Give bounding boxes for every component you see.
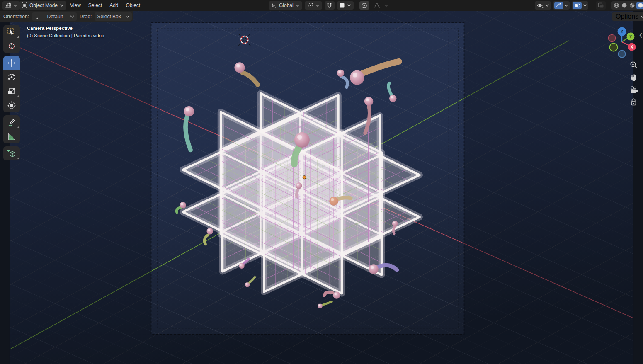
camera-icon bbox=[629, 86, 638, 94]
menu-view[interactable]: View bbox=[66, 0, 85, 11]
snap-increment-icon bbox=[340, 3, 345, 8]
transform-orientation-dropdown[interactable]: Global bbox=[269, 1, 302, 10]
region-collapse-arrow[interactable]: ❮ bbox=[639, 32, 643, 38]
shading-material-button[interactable] bbox=[628, 1, 636, 10]
camera-view-button[interactable] bbox=[628, 85, 638, 95]
pivot-point-icon bbox=[307, 2, 313, 8]
overlays-icon bbox=[574, 3, 580, 8]
gizmo-axis-y[interactable]: Y bbox=[627, 33, 635, 41]
svg-text:X: X bbox=[631, 45, 633, 49]
chevron-down-icon bbox=[583, 4, 587, 7]
chevron-down-icon bbox=[296, 4, 300, 7]
xray-toggle[interactable] bbox=[596, 1, 606, 10]
show-gizmo-toggle[interactable] bbox=[554, 2, 563, 9]
rotate-tool-icon bbox=[7, 73, 16, 82]
viewport-header: Object Mode View Select Add Object Globa… bbox=[0, 0, 643, 11]
chevron-down-icon bbox=[384, 4, 388, 7]
shading-rendered-button[interactable] bbox=[636, 2, 643, 9]
tool-annotate[interactable] bbox=[3, 115, 20, 129]
proportional-editing-toggle[interactable] bbox=[359, 1, 369, 10]
active-collection-label: (0) Scene Collection | Paredes vidrio bbox=[27, 33, 104, 38]
menu-object[interactable]: Object bbox=[122, 0, 144, 11]
options-label: Options bbox=[616, 13, 638, 20]
menu-select[interactable]: Select bbox=[85, 0, 106, 11]
lock-view-button[interactable] bbox=[628, 97, 638, 107]
editor-type-button[interactable] bbox=[2, 1, 20, 10]
tool-settings-bar: Orientation: Default Drag: Select Box bbox=[0, 11, 133, 22]
svg-text:Z: Z bbox=[621, 29, 623, 34]
3d-viewport: Orientation: Default Drag: Select Box Op… bbox=[0, 11, 643, 364]
magnet-icon bbox=[326, 2, 332, 9]
gizmos-control bbox=[553, 1, 570, 10]
falloff-curve-icon bbox=[374, 2, 380, 8]
blender-window: { "topbar": { "editor_icon": "3d-viewpor… bbox=[0, 0, 643, 364]
chevron-down-icon bbox=[13, 4, 17, 7]
chevron-down-icon bbox=[641, 15, 643, 18]
rendered-sphere-icon bbox=[638, 2, 643, 8]
tool-measure[interactable] bbox=[3, 129, 20, 143]
options-button[interactable]: Options bbox=[612, 12, 643, 21]
orientation-label: Global bbox=[279, 2, 294, 8]
tool-select-box[interactable] bbox=[3, 25, 20, 39]
editor-3d-viewport-icon bbox=[5, 2, 11, 8]
object-mode-icon bbox=[22, 2, 27, 8]
gizmo-axis-z-negative[interactable] bbox=[619, 51, 626, 58]
proportional-falloff-dropdown[interactable] bbox=[372, 1, 382, 10]
tool-rotate[interactable] bbox=[3, 70, 20, 84]
orientation-setting-dropdown[interactable]: Default bbox=[32, 12, 77, 21]
pan-button[interactable] bbox=[628, 72, 638, 82]
snap-toggle[interactable] bbox=[325, 1, 335, 10]
orientation-default-icon bbox=[34, 14, 40, 19]
pivot-point-dropdown[interactable] bbox=[305, 1, 322, 10]
toolbar bbox=[3, 25, 20, 160]
overlays-control bbox=[572, 1, 588, 10]
3d-cursor-tool-icon bbox=[7, 41, 16, 51]
move-tool-icon bbox=[7, 58, 16, 68]
tool-transform[interactable] bbox=[3, 98, 20, 112]
options-region: Options bbox=[612, 12, 643, 21]
orientation-global-icon bbox=[271, 2, 277, 8]
tool-move[interactable] bbox=[3, 56, 20, 70]
gizmo-icon bbox=[556, 2, 562, 8]
svg-text:Y: Y bbox=[629, 34, 632, 39]
chevron-down-icon bbox=[60, 4, 64, 7]
wireframe-sphere-icon bbox=[614, 2, 619, 8]
zoom-button[interactable] bbox=[628, 60, 638, 70]
orientation-setting-value: Default bbox=[47, 14, 63, 19]
mode-label: Object Mode bbox=[29, 2, 58, 8]
zoom-icon bbox=[629, 61, 638, 69]
menu-add[interactable]: Add bbox=[106, 0, 122, 11]
chevron-down-icon bbox=[564, 4, 568, 7]
chevron-down-icon bbox=[315, 4, 320, 7]
transform-tool-icon bbox=[7, 101, 16, 110]
gizmo-axis-y-negative[interactable] bbox=[610, 44, 618, 51]
show-object-types-dropdown[interactable] bbox=[535, 1, 551, 10]
gizmo-axis-z[interactable]: Z bbox=[618, 27, 626, 36]
material-sphere-icon bbox=[629, 2, 635, 8]
shading-mode-group bbox=[611, 1, 643, 10]
measure-ruler-icon bbox=[7, 132, 16, 141]
chevron-down-icon bbox=[125, 15, 129, 18]
drag-setting-label: Drag: bbox=[80, 14, 92, 19]
chevron-down-icon bbox=[545, 4, 549, 7]
tool-cursor[interactable] bbox=[3, 39, 20, 53]
xray-icon bbox=[598, 2, 604, 8]
select-box-icon bbox=[7, 27, 16, 36]
show-overlays-toggle[interactable] bbox=[573, 2, 582, 9]
view-name-label: Camera Perspective bbox=[27, 26, 73, 31]
shading-solid-button[interactable] bbox=[621, 1, 628, 10]
shading-wireframe-button[interactable] bbox=[613, 1, 620, 10]
annotate-pencil-icon bbox=[7, 118, 16, 127]
scale-tool-icon bbox=[7, 87, 16, 96]
tool-add-cube[interactable] bbox=[3, 146, 20, 160]
gizmo-axis-x-negative[interactable] bbox=[609, 35, 616, 42]
mode-dropdown[interactable]: Object Mode bbox=[19, 1, 66, 10]
tool-scale[interactable] bbox=[3, 84, 20, 98]
unlock-icon bbox=[630, 98, 637, 106]
gizmo-axis-x[interactable]: X bbox=[628, 43, 636, 51]
viewport-canvas[interactable] bbox=[0, 11, 643, 364]
proportional-editing-icon bbox=[361, 2, 367, 9]
drag-setting-dropdown[interactable]: Select Box bbox=[95, 12, 132, 21]
solid-sphere-icon bbox=[621, 2, 627, 8]
snap-target-dropdown[interactable] bbox=[337, 1, 354, 10]
